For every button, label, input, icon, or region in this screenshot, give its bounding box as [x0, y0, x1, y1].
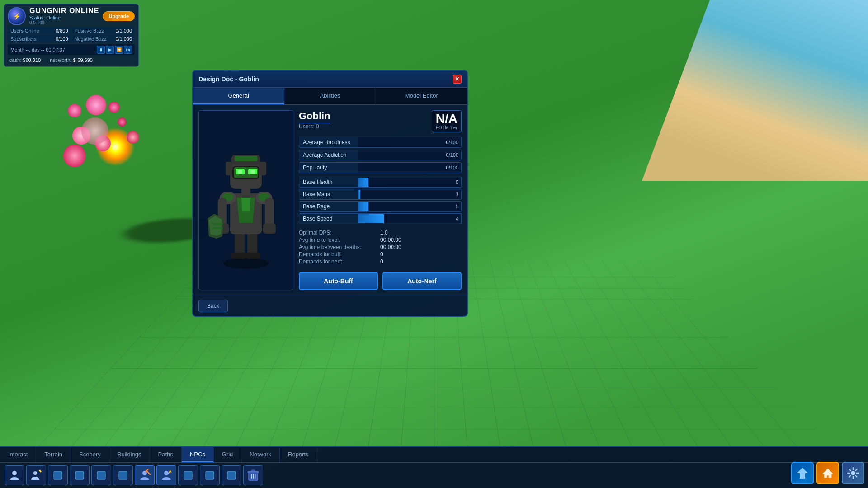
- character-users: Users: 0: [299, 123, 334, 130]
- timer-pause-btn[interactable]: ⏸: [97, 46, 105, 54]
- back-button[interactable]: Back: [198, 300, 228, 312]
- demands-nerf-row: Demands for nerf: 0: [299, 258, 462, 265]
- bottom-toolbar: Interact Terrain Scenery Buildings Paths…: [0, 446, 868, 488]
- svg-rect-36: [75, 471, 84, 479]
- toolbar-icon-9[interactable]: [178, 465, 198, 485]
- explosion-effect: [59, 90, 172, 203]
- svg-line-40: [146, 471, 150, 474]
- dialog-footer: Back: [193, 296, 467, 316]
- svg-rect-3: [231, 253, 246, 259]
- br-icon-settings[interactable]: [842, 462, 864, 484]
- svg-rect-22: [238, 170, 242, 174]
- svg-rect-31: [212, 227, 223, 229]
- svg-rect-49: [251, 474, 252, 479]
- svg-rect-4: [246, 253, 260, 259]
- toolbar-icon-3[interactable]: [48, 465, 68, 485]
- timer-play-btn[interactable]: ▶: [106, 46, 114, 54]
- toolbar-tab-terrain[interactable]: Terrain: [36, 447, 71, 462]
- timer-display: Month --, day -- 00:07:37: [10, 47, 65, 52]
- avg-happiness-bar: Average Happiness 0/100: [299, 137, 462, 148]
- svg-rect-30: [212, 223, 223, 225]
- finance-row: cash: $80,310 net worth: $-69,690: [8, 56, 135, 64]
- tab-general[interactable]: General: [193, 88, 284, 104]
- auto-buff-button[interactable]: Auto-Buff: [299, 272, 378, 290]
- toolbar-tab-network[interactable]: Network: [241, 447, 280, 462]
- toolbar-icon-10[interactable]: [200, 465, 220, 485]
- toolbar-tab-npcs[interactable]: NPCs: [182, 447, 214, 462]
- svg-line-64: [849, 476, 851, 477]
- toolbar-tab-reports[interactable]: Reports: [280, 447, 317, 462]
- svg-point-42: [164, 471, 169, 475]
- avg-time-level-row: Avg time to level: 00:00:00: [299, 237, 462, 243]
- character-name-row: Goblin Users: 0 N/A FOTM Tier: [299, 110, 462, 134]
- goblin-character: [199, 111, 293, 290]
- svg-rect-23: [250, 170, 255, 174]
- base-mana-row: Base Mana 1: [299, 189, 462, 200]
- users-online-stat: Users Online 0/800: [8, 27, 71, 34]
- fotm-label: FOTM Tier: [436, 125, 458, 130]
- avg-addiction-bar: Average Addiction 0/100: [299, 150, 462, 160]
- toolbar-icon-npc-enemy[interactable]: [156, 465, 176, 485]
- svg-rect-45: [184, 471, 192, 479]
- timer-row: Month --, day -- 00:07:37 ⏸ ▶ ⏩ ⏭: [8, 44, 135, 55]
- base-health-row: Base Health 5: [299, 177, 462, 188]
- game-title: GUNGNIR ONLINE: [29, 7, 99, 15]
- svg-rect-53: [251, 470, 255, 472]
- toolbar-icon-5[interactable]: [91, 465, 111, 485]
- timer-fff-btn[interactable]: ⏭: [124, 46, 132, 54]
- popularity-bar: Popularity 0/100: [299, 162, 462, 173]
- toolbar-icon-4[interactable]: [70, 465, 90, 485]
- close-button[interactable]: ✕: [453, 75, 462, 84]
- svg-rect-27: [259, 162, 266, 175]
- svg-rect-37: [97, 471, 105, 479]
- toolbar-icon-11[interactable]: [222, 465, 241, 485]
- design-doc-dialog: Design Doc - Goblin ✕ General Abilities …: [192, 70, 468, 317]
- svg-line-63: [856, 469, 857, 471]
- demands-buff-row: Demands for buff: 0: [299, 251, 462, 258]
- toolbar-icon-delete[interactable]: [243, 465, 263, 485]
- br-icon-home[interactable]: [816, 462, 839, 484]
- svg-rect-46: [206, 471, 214, 479]
- toolbar-icon-6[interactable]: [113, 465, 133, 485]
- stats-grid: Users Online 0/800 Positive Buzz 0/1,000…: [8, 27, 135, 42]
- toolbar-tab-interact[interactable]: Interact: [0, 447, 36, 462]
- timer-ff-btn[interactable]: ⏩: [115, 46, 123, 54]
- fotm-value: N/A: [436, 113, 458, 125]
- negative-buzz-stat: Negative Buzz 0/1,000: [72, 35, 135, 42]
- fotm-box: N/A FOTM Tier: [432, 110, 462, 132]
- svg-line-61: [849, 469, 851, 471]
- tab-model-editor[interactable]: Model Editor: [376, 88, 467, 104]
- br-icon-navigation[interactable]: [791, 462, 814, 484]
- toolbar-tab-buildings[interactable]: Buildings: [109, 447, 150, 462]
- game-logo: ⚡: [8, 7, 26, 25]
- beach-area: [642, 0, 868, 181]
- toolbar-tab-grid[interactable]: Grid: [214, 447, 242, 462]
- toolbar-tabs: Interact Terrain Scenery Buildings Paths…: [0, 447, 868, 463]
- svg-rect-26: [226, 162, 232, 175]
- svg-line-62: [856, 476, 857, 477]
- dialog-content: Goblin Users: 0 N/A FOTM Tier Average Ha…: [193, 105, 467, 296]
- avg-time-deaths-row: Avg time between deaths: 00:00:00: [299, 244, 462, 250]
- hud-panel: ⚡ GUNGNIR ONLINE Status: Online 0.0.106 …: [4, 4, 139, 67]
- toolbar-tab-scenery[interactable]: Scenery: [71, 447, 109, 462]
- svg-rect-15: [263, 224, 276, 234]
- info-section: Optimal DPS: 1.0 Avg time to level: 00:0…: [299, 228, 462, 267]
- toolbar-icon-1[interactable]: [5, 465, 24, 485]
- upgrade-button[interactable]: Upgrade: [103, 11, 135, 21]
- svg-rect-13: [265, 198, 274, 227]
- auto-nerf-button[interactable]: Auto-Nerf: [382, 272, 462, 290]
- svg-rect-35: [54, 471, 62, 479]
- toolbar-tab-paths[interactable]: Paths: [150, 447, 182, 462]
- svg-marker-7: [241, 198, 250, 211]
- base-speed-row: Base Speed 4: [299, 213, 462, 224]
- base-stats-section: Base Health 5 Base Mana 1 Base Rage: [299, 177, 462, 224]
- toolbar-icon-npc-combat[interactable]: [135, 465, 155, 485]
- toolbar-icons: [0, 463, 868, 488]
- toolbar-icon-2[interactable]: [26, 465, 46, 485]
- tab-abilities[interactable]: Abilities: [284, 88, 376, 104]
- svg-rect-51: [255, 474, 256, 479]
- svg-point-0: [223, 258, 269, 269]
- base-rage-row: Base Rage 5: [299, 201, 462, 212]
- game-version: 0.0.106: [29, 20, 99, 25]
- svg-marker-55: [822, 469, 833, 478]
